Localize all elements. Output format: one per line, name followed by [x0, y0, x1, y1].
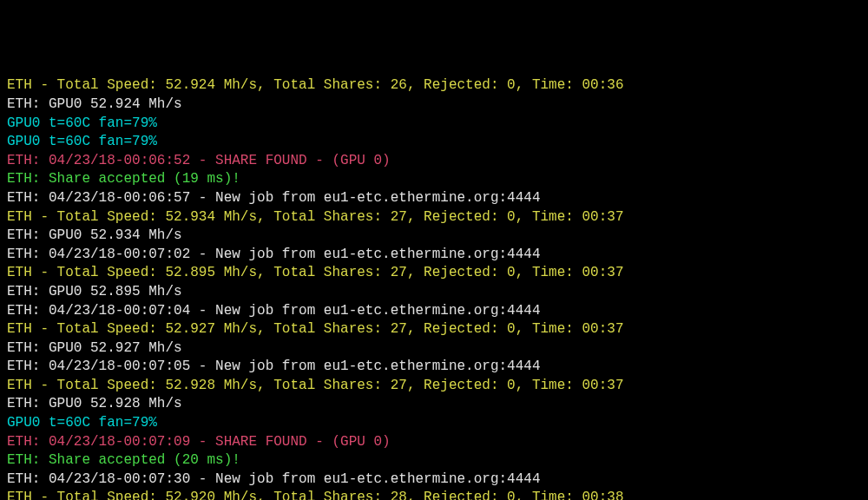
log-line: ETH - Total Speed: 52.924 Mh/s, Total Sh…	[7, 76, 861, 95]
log-line: ETH: 04/23/18-00:07:02 - New job from eu…	[7, 246, 861, 265]
log-line: ETH: Share accepted (19 ms)!	[7, 170, 861, 189]
log-line: GPU0 t=60C fan=79%	[7, 133, 861, 152]
log-line: ETH: GPU0 52.928 Mh/s	[7, 395, 861, 414]
log-line: ETH - Total Speed: 52.927 Mh/s, Total Sh…	[7, 320, 861, 339]
log-line: ETH: 04/23/18-00:06:52 - SHARE FOUND - (…	[7, 152, 861, 171]
log-line: ETH: 04/23/18-00:07:04 - New job from eu…	[7, 302, 861, 321]
log-line: ETH: 04/23/18-00:06:57 - New job from eu…	[7, 189, 861, 208]
log-line: ETH: Share accepted (20 ms)!	[7, 451, 861, 470]
log-line: GPU0 t=60C fan=79%	[7, 414, 861, 433]
log-line: GPU0 t=60C fan=79%	[7, 115, 861, 134]
log-line: ETH - Total Speed: 52.920 Mh/s, Total Sh…	[7, 489, 861, 500]
log-line: ETH: 04/23/18-00:07:05 - New job from eu…	[7, 358, 861, 377]
terminal-output: ETH - Total Speed: 52.924 Mh/s, Total Sh…	[7, 76, 861, 500]
log-line: ETH: 04/23/18-00:07:30 - New job from eu…	[7, 470, 861, 490]
log-line: ETH - Total Speed: 52.934 Mh/s, Total Sh…	[7, 208, 861, 227]
log-line: ETH: GPU0 52.895 Mh/s	[7, 283, 861, 302]
log-line: ETH: 04/23/18-00:07:09 - SHARE FOUND - (…	[7, 433, 861, 452]
log-line: ETH: GPU0 52.934 Mh/s	[7, 227, 861, 246]
log-line: ETH - Total Speed: 52.928 Mh/s, Total Sh…	[7, 377, 861, 396]
log-line: ETH: GPU0 52.924 Mh/s	[7, 95, 861, 115]
log-line: ETH - Total Speed: 52.895 Mh/s, Total Sh…	[7, 264, 861, 283]
log-line: ETH: GPU0 52.927 Mh/s	[7, 339, 861, 359]
